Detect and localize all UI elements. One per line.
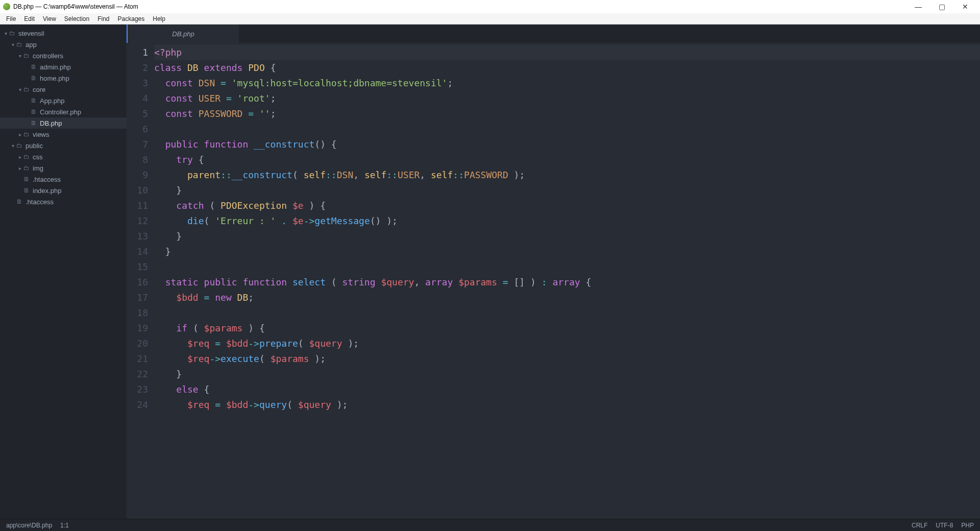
code-line[interactable]: public function __construct() { — [154, 137, 980, 152]
code-line[interactable]: catch ( PDOException $e ) { — [154, 198, 980, 213]
code-line[interactable]: } — [154, 367, 980, 382]
folder-icon — [8, 30, 16, 37]
tree-item-label: App.php — [40, 97, 64, 105]
disclosure-icon[interactable] — [17, 154, 22, 160]
minimize-button[interactable]: — — [906, 3, 930, 11]
line-number: 18 — [127, 305, 148, 321]
tab-db-php[interactable]: DB.php — [127, 25, 239, 43]
code-line[interactable]: } — [154, 229, 980, 244]
code-line[interactable]: $req = $bdd->query( $query ); — [154, 397, 980, 413]
line-number: 20 — [127, 336, 148, 351]
tree-file--htaccess[interactable]: .htaccess — [0, 174, 127, 185]
tab-label: DB.php — [172, 30, 194, 38]
code-line[interactable]: else { — [154, 382, 980, 397]
code-line[interactable]: if ( $params ) { — [154, 321, 980, 336]
app-icon — [3, 3, 10, 10]
line-number: 7 — [127, 137, 148, 152]
line-number: 3 — [127, 76, 148, 91]
menu-bar: FileEditViewSelectionFindPackagesHelp — [0, 13, 980, 25]
code-line[interactable]: die( 'Erreur : ' . $e->getMessage() ); — [154, 213, 980, 229]
code-line[interactable]: $bdd = new DB; — [154, 290, 980, 305]
line-number-gutter: 123456789101112131415161718192021222324 — [127, 43, 154, 519]
tree-file-index-php[interactable]: index.php — [0, 185, 127, 196]
tree-item-label: img — [33, 164, 43, 172]
menu-packages[interactable]: Packages — [114, 15, 149, 22]
menu-view[interactable]: View — [39, 15, 60, 22]
maximize-button[interactable]: ▢ — [930, 3, 953, 11]
code-line[interactable]: <?php — [154, 45, 980, 60]
status-eol[interactable]: CRLF — [912, 522, 927, 529]
code-line[interactable]: const DSN = 'mysql:host=localhost;dbname… — [154, 76, 980, 91]
line-number: 10 — [127, 183, 148, 198]
line-number: 24 — [127, 397, 148, 413]
file-icon — [15, 198, 23, 205]
tree-folder-stevensil[interactable]: stevensil — [0, 28, 127, 39]
code-line[interactable]: const USER = 'root'; — [154, 91, 980, 106]
file-tree[interactable]: stevensilappcontrollersadmin.phphome.php… — [0, 25, 127, 519]
tree-folder-img[interactable]: img — [0, 162, 127, 174]
code-line[interactable]: class DB extends PDO { — [154, 60, 980, 76]
disclosure-icon[interactable] — [17, 165, 22, 171]
menu-edit[interactable]: Edit — [20, 15, 39, 22]
code-line[interactable]: parent::__construct( self::DSN, self::US… — [154, 167, 980, 183]
file-icon — [30, 119, 38, 127]
line-number: 13 — [127, 229, 148, 244]
file-icon — [30, 63, 38, 70]
menu-file[interactable]: File — [2, 15, 20, 22]
tree-item-label: core — [33, 86, 45, 93]
tree-file-home-php[interactable]: home.php — [0, 73, 127, 84]
disclosure-icon[interactable] — [10, 42, 15, 47]
line-number: 4 — [127, 91, 148, 106]
tree-item-label: .htaccess — [26, 198, 54, 206]
status-filepath[interactable]: app\core\DB.php — [6, 522, 52, 529]
code-content[interactable]: <?phpclass DB extends PDO { const DSN = … — [154, 43, 980, 519]
line-number: 23 — [127, 382, 148, 397]
status-cursor[interactable]: 1:1 — [60, 522, 69, 529]
status-encoding[interactable]: UTF-8 — [936, 522, 953, 529]
code-line[interactable] — [154, 305, 980, 321]
code-editor[interactable]: 123456789101112131415161718192021222324 … — [127, 43, 980, 519]
tree-file-controller-php[interactable]: Controller.php — [0, 106, 127, 117]
menu-find[interactable]: Find — [93, 15, 113, 22]
tree-folder-css[interactable]: css — [0, 151, 127, 162]
code-line[interactable]: $req->execute( $params ); — [154, 351, 980, 367]
status-bar: app\core\DB.php 1:1 CRLF UTF-8 PHP — [0, 519, 980, 531]
code-line[interactable]: static public function select ( string $… — [154, 275, 980, 290]
code-line[interactable]: try { — [154, 152, 980, 167]
close-button[interactable]: ✕ — [953, 3, 977, 11]
disclosure-icon[interactable] — [3, 31, 8, 36]
tree-item-label: admin.php — [40, 63, 71, 71]
status-language[interactable]: PHP — [961, 522, 974, 529]
line-number: 12 — [127, 213, 148, 229]
title-bar: DB.php — C:\wamp64\www\stevensil — Atom … — [0, 0, 980, 13]
file-icon — [22, 176, 31, 183]
line-number: 5 — [127, 106, 148, 122]
menu-help[interactable]: Help — [149, 15, 169, 22]
menu-selection[interactable]: Selection — [60, 15, 93, 22]
tree-folder-views[interactable]: views — [0, 129, 127, 140]
tree-file-app-php[interactable]: App.php — [0, 95, 127, 106]
tree-folder-app[interactable]: app — [0, 39, 127, 50]
line-number: 16 — [127, 275, 148, 290]
tree-folder-controllers[interactable]: controllers — [0, 50, 127, 61]
code-line[interactable]: } — [154, 244, 980, 259]
line-number: 22 — [127, 367, 148, 382]
code-line[interactable]: $req = $bdd->prepare( $query ); — [154, 336, 980, 351]
tree-folder-public[interactable]: public — [0, 140, 127, 151]
code-line[interactable] — [154, 122, 980, 137]
tab-bar: DB.php — [127, 25, 980, 43]
tree-file--htaccess[interactable]: .htaccess — [0, 196, 127, 207]
disclosure-icon[interactable] — [17, 87, 22, 92]
code-line[interactable] — [154, 259, 980, 275]
disclosure-icon[interactable] — [17, 132, 22, 137]
workspace: stevensilappcontrollersadmin.phphome.php… — [0, 25, 980, 519]
tree-file-db-php[interactable]: DB.php — [0, 117, 127, 129]
tree-folder-core[interactable]: core — [0, 84, 127, 95]
tree-item-label: Controller.php — [40, 108, 81, 116]
disclosure-icon[interactable] — [10, 143, 15, 149]
code-line[interactable]: } — [154, 183, 980, 198]
code-line[interactable]: const PASSWORD = ''; — [154, 106, 980, 122]
line-number: 8 — [127, 152, 148, 167]
tree-file-admin-php[interactable]: admin.php — [0, 61, 127, 73]
disclosure-icon[interactable] — [17, 53, 22, 59]
